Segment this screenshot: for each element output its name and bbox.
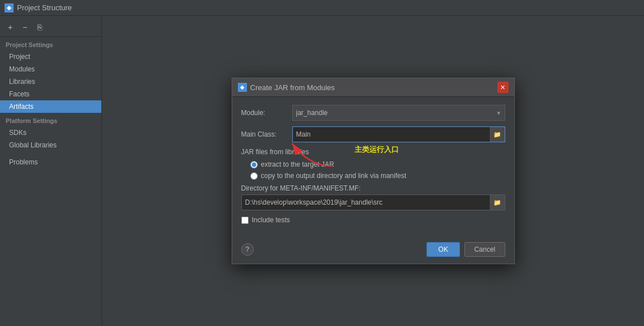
main-class-row: Main Class: 📁 (241, 126, 505, 142)
platform-settings-label: Platform Settings (0, 113, 101, 126)
radio-copy-label: copy to the output directory and link vi… (261, 172, 407, 180)
dialog-close-button[interactable]: ✕ (497, 82, 509, 93)
dialog-title: Create JAR from Modules (250, 83, 335, 92)
sidebar-item-facets[interactable]: Facets (0, 88, 101, 100)
sidebar-item-problems[interactable]: Problems (0, 156, 101, 168)
main-class-input-wrap: 📁 (292, 126, 505, 142)
dialog-footer: ? OK Cancel (232, 240, 514, 264)
module-select-wrap: jar_handle ▼ (292, 105, 505, 121)
main-class-input[interactable] (292, 126, 505, 142)
add-button[interactable]: + (5, 22, 16, 33)
dialog-titlebar: ◆ Create JAR from Modules ✕ (232, 78, 514, 97)
jar-files-label: JAR files from libraries (241, 148, 505, 156)
sidebar-item-global-libraries[interactable]: Global Libraries (0, 139, 101, 151)
ok-button[interactable]: OK (427, 242, 460, 257)
sidebar-item-modules[interactable]: Modules (0, 63, 101, 75)
window-title: Project Structure (17, 3, 72, 12)
radio-extract-row: extract to the target JAR (250, 160, 505, 168)
content-area: Nothing to show ◆ Create JAR from Module… (102, 16, 644, 326)
sidebar-item-sdks[interactable]: SDKs (0, 126, 101, 139)
main-layout: + − ⎘ Project Settings Project Modules L… (0, 16, 644, 326)
main-class-label: Main Class: (241, 130, 292, 138)
directory-browse-button[interactable]: 📁 (490, 195, 505, 210)
copy-button[interactable]: ⎘ (34, 22, 45, 33)
dir-browse-icon: 📁 (493, 199, 501, 206)
footer-buttons: OK Cancel (427, 242, 505, 257)
browse-icon: 📁 (493, 131, 501, 138)
include-tests-label: Include tests (252, 216, 290, 224)
include-tests-row: Include tests (241, 216, 505, 224)
include-tests-checkbox[interactable] (241, 217, 249, 224)
dialog-body: Module: jar_handle ▼ Main Class: (232, 97, 514, 240)
module-label: Module: (241, 109, 292, 117)
create-jar-dialog: ◆ Create JAR from Modules ✕ Module: (232, 78, 515, 264)
help-button[interactable]: ? (241, 243, 254, 256)
radio-extract[interactable] (250, 161, 258, 168)
cancel-button[interactable]: Cancel (464, 242, 505, 257)
dialog-titlebar-left: ◆ Create JAR from Modules (238, 83, 335, 92)
sidebar-item-artifacts[interactable]: Artifacts (0, 100, 101, 113)
radio-copy-row: copy to the output directory and link vi… (250, 172, 505, 180)
sidebar-item-project[interactable]: Project (0, 50, 101, 63)
app-icon: ◆ (5, 3, 14, 12)
module-row: Module: jar_handle ▼ (241, 105, 505, 121)
title-bar: ◆ Project Structure (0, 0, 644, 16)
radio-extract-label: extract to the target JAR (261, 160, 334, 168)
sidebar: + − ⎘ Project Settings Project Modules L… (0, 16, 102, 326)
module-select[interactable]: jar_handle (292, 105, 505, 121)
sidebar-toolbar: + − ⎘ (0, 18, 101, 37)
directory-label: Directory for META-INF/MANIFEST.MF: (241, 184, 505, 192)
directory-input-wrap: 📁 (241, 194, 505, 210)
dialog-overlay: ◆ Create JAR from Modules ✕ Module: (102, 16, 644, 326)
remove-button[interactable]: − (19, 22, 31, 33)
radio-group: extract to the target JAR copy to the ou… (250, 160, 505, 180)
radio-copy[interactable] (250, 172, 258, 180)
sidebar-item-libraries[interactable]: Libraries (0, 75, 101, 88)
main-class-browse-button[interactable]: 📁 (490, 127, 505, 142)
directory-row: Directory for META-INF/MANIFEST.MF: 📁 (241, 184, 505, 210)
project-settings-label: Project Settings (0, 37, 101, 50)
directory-input[interactable] (241, 194, 505, 210)
sidebar-problems-section: Problems (0, 156, 101, 168)
dialog-icon: ◆ (238, 83, 247, 92)
